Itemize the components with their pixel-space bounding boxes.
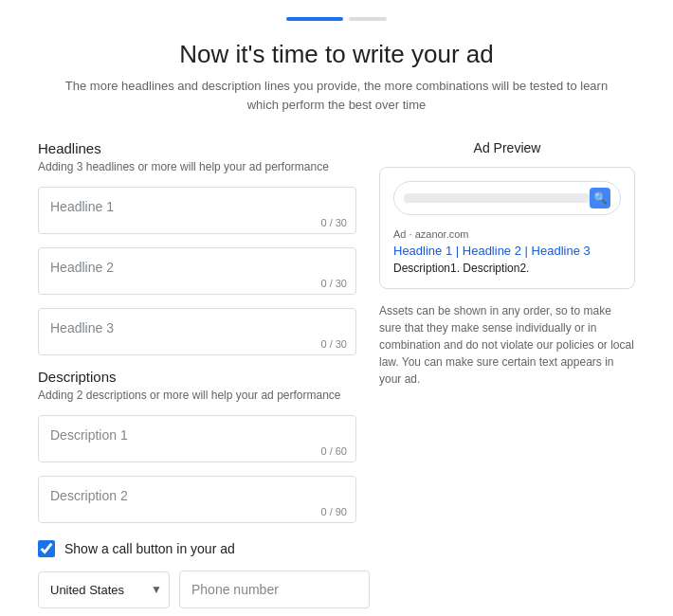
page-title: Now it's time to write your ad <box>0 40 673 69</box>
country-select-wrapper: United States United Kingdom Canada ▼ <box>38 571 170 608</box>
preview-domain: azanor.com <box>415 228 469 240</box>
phone-row: United States United Kingdom Canada ▼ <box>38 571 356 608</box>
preview-ad-label: Ad · azanor.com <box>393 228 621 240</box>
page-subtitle: The more headlines and description lines… <box>52 77 621 114</box>
main-content: Headlines Adding 3 headlines or more wil… <box>0 140 673 608</box>
preview-search-line <box>404 193 590 203</box>
preview-separator-2: | <box>525 244 532 258</box>
progress-bar-container <box>0 0 673 30</box>
search-icon: 🔍 <box>590 188 610 208</box>
preview-separator-1: | <box>456 244 463 258</box>
assets-note: Assets can be shown in any order, so to … <box>379 302 635 388</box>
headline-3-count: 0 / 30 <box>320 338 347 350</box>
headline-2-count: 0 / 30 <box>320 278 347 289</box>
description-1-count: 0 / 60 <box>320 445 347 457</box>
country-select[interactable]: United States United Kingdom Canada <box>38 571 170 608</box>
call-button-row: Show a call button in your ad <box>38 540 356 557</box>
headlines-title: Headlines <box>38 140 356 156</box>
description-2-count: 0 / 90 <box>320 506 347 517</box>
call-button-checkbox[interactable] <box>38 540 55 557</box>
descriptions-hint: Adding 2 descriptions or more will help … <box>38 389 356 402</box>
ad-preview-title: Ad Preview <box>379 140 635 155</box>
left-panel: Headlines Adding 3 headlines or more wil… <box>38 140 356 608</box>
descriptions-title: Descriptions <box>38 369 356 385</box>
progress-step-1 <box>286 17 343 21</box>
call-button-label[interactable]: Show a call button in your ad <box>64 541 235 556</box>
headline-2-wrapper: 0 / 30 <box>38 247 356 295</box>
preview-descriptions: Description1. Description2. <box>393 262 621 275</box>
description-2-wrapper: 0 / 90 <box>38 476 356 523</box>
headline-3-input[interactable] <box>38 308 356 355</box>
description-1-input[interactable] <box>38 415 356 462</box>
descriptions-section: Descriptions Adding 2 descriptions or mo… <box>38 369 356 523</box>
description-1-wrapper: 0 / 60 <box>38 415 356 462</box>
headlines-hint: Adding 3 headlines or more will help you… <box>38 160 356 173</box>
preview-headline-3: Headline 3 <box>532 244 591 258</box>
headline-1-wrapper: 0 / 30 <box>38 187 356 234</box>
preview-headline-2: Headline 2 <box>463 244 521 258</box>
headline-3-wrapper: 0 / 30 <box>38 308 356 355</box>
preview-headlines: Headline 1 | Headline 2 | Headline 3 <box>393 244 621 258</box>
progress-step-2 <box>349 17 387 21</box>
preview-search-bar: 🔍 <box>393 181 621 215</box>
phone-number-input[interactable] <box>179 571 370 608</box>
ad-preview-card: 🔍 Ad · azanor.com Headline 1 | Headline … <box>379 167 635 289</box>
headline-1-input[interactable] <box>38 187 356 234</box>
headline-2-input[interactable] <box>38 247 356 295</box>
preview-headline-1: Headline 1 <box>393 244 452 258</box>
right-panel: Ad Preview 🔍 Ad · azanor.com Headline 1 … <box>379 140 635 608</box>
headline-1-count: 0 / 30 <box>320 217 347 228</box>
description-2-input[interactable] <box>38 476 356 523</box>
headlines-section: Headlines Adding 3 headlines or more wil… <box>38 140 356 355</box>
